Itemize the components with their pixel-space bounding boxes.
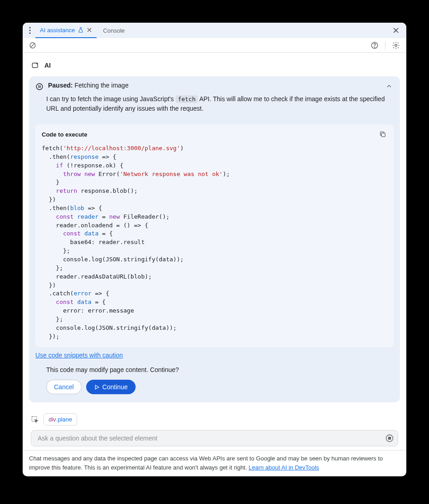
- ai-section-header: AI: [29, 61, 400, 76]
- ask-input-container: [31, 430, 398, 446]
- body-text-pre: I can try to fetch the image using JavaS…: [46, 95, 176, 103]
- footer-text: Chat messages and any data the inspected…: [29, 455, 383, 471]
- card-title: Paused: Fetching the image: [48, 82, 380, 89]
- tab-bar: AI assistance Console: [23, 23, 406, 38]
- flask-icon: [78, 27, 84, 33]
- caution-link[interactable]: Use code snippets with caution: [35, 352, 123, 359]
- status-text: Fetching the image: [74, 82, 128, 89]
- clear-icon[interactable]: [27, 40, 38, 51]
- card-body: I can try to fetch the image using JavaS…: [29, 91, 400, 120]
- chevron-up-icon[interactable]: [385, 82, 394, 91]
- code-box-title: Code to execute: [42, 131, 87, 138]
- cancel-button[interactable]: Cancel: [46, 380, 82, 394]
- continue-prompt: This code may modify page content. Conti…: [29, 363, 400, 380]
- ai-sparkle-icon: [31, 61, 40, 70]
- svg-rect-9: [381, 133, 385, 137]
- continue-button[interactable]: Continue: [86, 380, 136, 394]
- help-icon[interactable]: [369, 39, 380, 51]
- input-row: [29, 430, 400, 450]
- tab-console[interactable]: Console: [98, 23, 129, 38]
- code-box: Code to execute fetch('http://localhost:…: [35, 124, 394, 347]
- svg-point-0: [29, 27, 30, 28]
- svg-point-6: [395, 44, 397, 46]
- footer-link[interactable]: Learn about AI in DevTools: [249, 464, 319, 471]
- sub-toolbar: [23, 38, 406, 53]
- tab-label: Console: [103, 27, 125, 34]
- devtools-window: AI assistance Console: [23, 23, 406, 476]
- play-icon: [94, 384, 100, 390]
- pause-icon: [35, 83, 44, 91]
- code-content[interactable]: fetch('http://localhost:3000/plane.svg')…: [35, 142, 394, 347]
- ask-input[interactable]: [37, 434, 380, 442]
- svg-point-2: [29, 32, 30, 34]
- caution-bar: Use code snippets with caution: [35, 347, 394, 363]
- element-selector-row: div.plane: [29, 402, 400, 430]
- continue-label: Continue: [102, 383, 128, 391]
- footer-disclaimer: Chat messages and any data the inspected…: [23, 450, 406, 476]
- element-chip[interactable]: div.plane: [44, 413, 77, 426]
- status-label: Paused:: [48, 82, 73, 89]
- tab-label: AI assistance: [40, 27, 75, 34]
- close-panel-icon[interactable]: [389, 25, 403, 35]
- copy-icon[interactable]: [377, 129, 388, 140]
- card-header: Paused: Fetching the image: [29, 76, 400, 91]
- tab-ai-assistance[interactable]: AI assistance: [35, 23, 97, 38]
- settings-icon[interactable]: [390, 39, 402, 51]
- svg-point-5: [374, 47, 375, 47]
- stop-icon[interactable]: [385, 434, 394, 443]
- code-box-header: Code to execute: [35, 124, 394, 142]
- select-element-icon[interactable]: [31, 416, 39, 424]
- svg-point-1: [29, 29, 30, 31]
- more-menu-icon[interactable]: [26, 25, 34, 36]
- content-area: AI Paused: Fetching the image I can try …: [23, 53, 406, 450]
- chip-tag: div: [49, 416, 56, 423]
- svg-rect-12: [389, 437, 391, 440]
- svg-point-8: [36, 83, 43, 90]
- chip-class: .plane: [56, 416, 72, 423]
- ai-message-card: Paused: Fetching the image I can try to …: [29, 76, 400, 402]
- action-buttons: Cancel Continue: [29, 380, 400, 402]
- inline-code: fetch: [176, 95, 198, 103]
- ai-label: AI: [44, 62, 51, 69]
- close-tab-icon[interactable]: [87, 27, 92, 33]
